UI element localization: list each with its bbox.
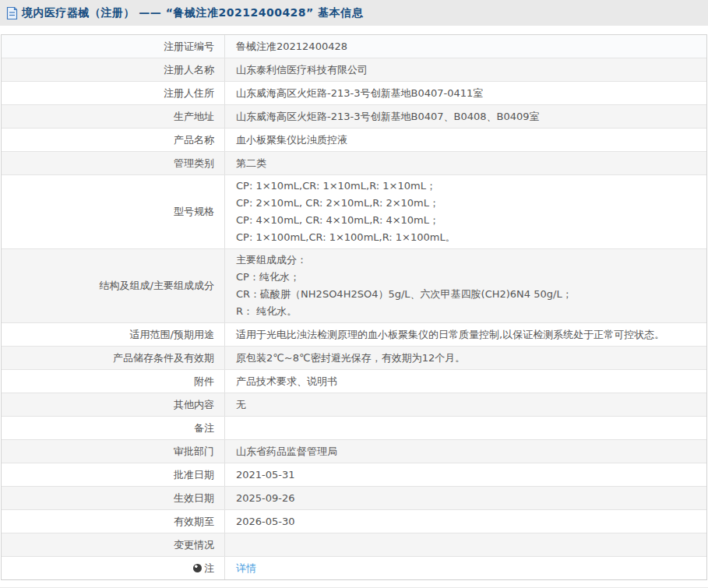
row-label: 管理类别 bbox=[2, 152, 225, 174]
row-value: 主要组成成分： CP：纯化水； CR：硫酸肼（NH2SO4H2SO4）5g/L、… bbox=[225, 249, 706, 322]
composition-line: CP：纯化水； bbox=[236, 269, 699, 286]
document-icon bbox=[6, 7, 18, 19]
row-label: 批准日期 bbox=[2, 463, 225, 486]
row-label: 附件 bbox=[2, 370, 225, 393]
note-icon bbox=[193, 564, 202, 572]
table-row-expiry-date: 有效期至 2026-05-30 bbox=[2, 510, 706, 533]
row-value: 2025-09-26 bbox=[225, 487, 706, 509]
row-value: 适用于光电比浊法检测原理的血小板聚集仪的日常质量控制,以保证检测系统处于正常可控… bbox=[225, 323, 706, 346]
table-row-registrant-name: 注册人名称 山东泰利信医疗科技有限公司 bbox=[2, 58, 706, 82]
composition-line: R： 纯化水。 bbox=[236, 303, 699, 320]
row-label: 有效期至 bbox=[2, 510, 225, 533]
table-row-composition: 结构及组成/主要组成成分 主要组成成分： CP：纯化水； CR：硫酸肼（NH2S… bbox=[2, 249, 706, 323]
row-label: 生产地址 bbox=[2, 105, 225, 128]
row-value: 山东泰利信医疗科技有限公司 bbox=[225, 58, 706, 81]
row-value: 血小板聚集仪比浊质控液 bbox=[225, 129, 706, 151]
row-value bbox=[225, 417, 706, 439]
row-label: 注册证编号 bbox=[2, 35, 225, 58]
row-label: 产品储存条件及有效期 bbox=[2, 347, 225, 369]
row-label: 生效日期 bbox=[2, 487, 225, 509]
table-row-product-name: 产品名称 血小板聚集仪比浊质控液 bbox=[2, 129, 706, 152]
row-value: 无 bbox=[225, 393, 706, 416]
table-row-storage-validity: 产品储存条件及有效期 原包装2℃~8℃密封避光保存，有效期为12个月。 bbox=[2, 347, 706, 370]
row-label: 变更情况 bbox=[2, 533, 225, 556]
table-row-registrant-address: 注册人住所 山东威海高区火炬路-213-3号创新基地B0407-0411室 bbox=[2, 82, 706, 105]
row-label: 注册人名称 bbox=[2, 58, 225, 81]
spec-line: CP: 2×10mL, CR: 2×10mL,R: 2×10mL； bbox=[236, 195, 699, 212]
row-label: 产品名称 bbox=[2, 129, 225, 151]
row-value: 山东威海高区火炬路-213-3号创新基地B0407、B0408、B0409室 bbox=[225, 105, 706, 128]
table-row-approval-dept: 审批部门 山东省药品监督管理局 bbox=[2, 440, 706, 463]
row-value bbox=[225, 533, 706, 556]
row-label: 注册人住所 bbox=[2, 82, 225, 104]
table-row-note: 注 详情 bbox=[2, 557, 706, 579]
page-header: 境内医疗器械（注册） —— “鲁械注准20212400428” 基本信息 bbox=[0, 0, 708, 26]
spec-line: CP: 1×10mL,CR: 1×10mL,R: 1×10mL； bbox=[236, 178, 699, 195]
table-row-management-class: 管理类别 第二类 bbox=[2, 152, 706, 175]
table-row-remarks: 备注 bbox=[2, 417, 706, 440]
row-value: CP: 1×10mL,CR: 1×10mL,R: 1×10mL； CP: 2×1… bbox=[225, 175, 706, 248]
row-label: 适用范围/预期用途 bbox=[2, 323, 225, 346]
row-value: 2021-05-31 bbox=[225, 463, 706, 486]
row-value: 鲁械注准20212400428 bbox=[225, 35, 706, 58]
row-value: 详情 bbox=[225, 557, 706, 579]
content-area: 注册证编号 鲁械注准20212400428 注册人名称 山东泰利信医疗科技有限公… bbox=[0, 26, 708, 587]
composition-line: CR：硫酸肼（NH2SO4H2SO4）5g/L、六次甲基四胺(CH2)6N4 5… bbox=[236, 286, 699, 303]
composition-line: 主要组成成分： bbox=[236, 252, 699, 269]
row-value: 原包装2℃~8℃密封避光保存，有效期为12个月。 bbox=[225, 347, 706, 369]
row-label: 结构及组成/主要组成成分 bbox=[2, 249, 225, 322]
row-label: 注 bbox=[2, 557, 225, 579]
spec-line: CP: 1×100mL,CR: 1×100mL,R: 1×100mL。 bbox=[236, 229, 699, 246]
spec-line: CP: 4×10mL, CR: 4×10mL,R: 4×10mL； bbox=[236, 212, 699, 229]
row-value: 山东省药品监督管理局 bbox=[225, 440, 706, 463]
table-row-model-spec: 型号规格 CP: 1×10mL,CR: 1×10mL,R: 1×10mL； CP… bbox=[2, 175, 706, 249]
table-row-effective-date: 生效日期 2025-09-26 bbox=[2, 487, 706, 510]
table-row-other-content: 其他内容 无 bbox=[2, 393, 706, 417]
table-row-approval-date: 批准日期 2021-05-31 bbox=[2, 463, 706, 487]
row-label: 审批部门 bbox=[2, 440, 225, 463]
row-value: 2026-05-30 bbox=[225, 510, 706, 533]
table-row-reg-number: 注册证编号 鲁械注准20212400428 bbox=[2, 35, 706, 58]
row-label: 备注 bbox=[2, 417, 225, 439]
row-value: 第二类 bbox=[225, 152, 706, 174]
table-row-attachments: 附件 产品技术要求、说明书 bbox=[2, 370, 706, 393]
table-row-production-address: 生产地址 山东威海高区火炬路-213-3号创新基地B0407、B0408、B04… bbox=[2, 105, 706, 129]
table-row-intended-use: 适用范围/预期用途 适用于光电比浊法检测原理的血小板聚集仪的日常质量控制,以保证… bbox=[2, 323, 706, 347]
table-row-change-status: 变更情况 bbox=[2, 533, 706, 557]
page-title: 境内医疗器械（注册） —— “鲁械注准20212400428” 基本信息 bbox=[22, 6, 363, 20]
note-label: 注 bbox=[204, 562, 214, 576]
row-value: 山东威海高区火炬路-213-3号创新基地B0407-0411室 bbox=[225, 82, 706, 104]
row-label: 其他内容 bbox=[2, 393, 225, 416]
details-link[interactable]: 详情 bbox=[236, 562, 256, 575]
registration-info-table: 注册证编号 鲁械注准20212400428 注册人名称 山东泰利信医疗科技有限公… bbox=[1, 34, 707, 580]
row-label: 型号规格 bbox=[2, 175, 225, 248]
row-value: 产品技术要求、说明书 bbox=[225, 370, 706, 393]
